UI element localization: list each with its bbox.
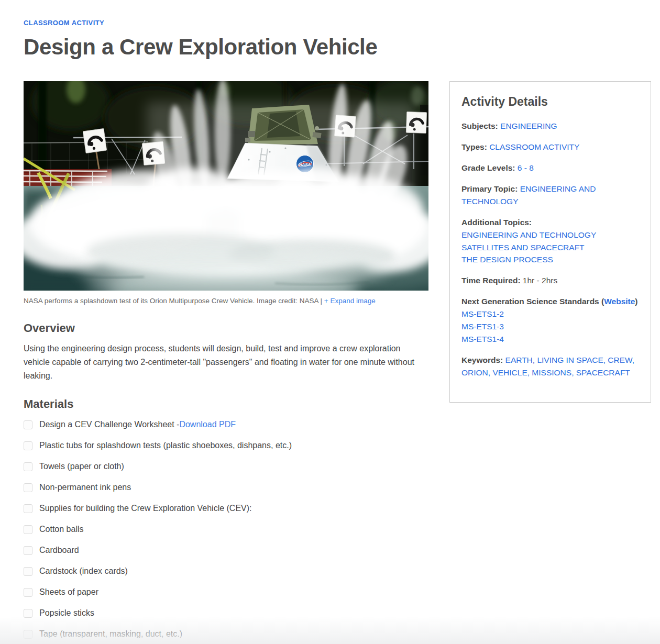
material-checkbox[interactable] (24, 462, 32, 471)
material-checkbox[interactable] (24, 567, 32, 576)
primary-topic-row: Primary Topic: ENGINEERING AND TECHNOLOG… (461, 183, 639, 208)
grade-levels-link[interactable]: 6 - 8 (518, 163, 534, 172)
material-label: Tape (transparent, masking, duct, etc.) (39, 629, 182, 639)
material-checkbox[interactable] (24, 420, 32, 429)
download-pdf-link[interactable]: Download PDF (179, 420, 236, 429)
time-required-row: Time Required: 1hr - 2hrs (461, 274, 639, 287)
time-required-value: 1hr - 2hrs (523, 276, 557, 285)
grade-levels-label: Grade Levels: (461, 163, 515, 172)
time-required-label: Time Required: (461, 276, 521, 285)
ngss-standard-link[interactable]: MS-ETS1-3 (461, 320, 639, 333)
page-title: Design a Crew Exploration Vehicle (24, 35, 377, 60)
material-label: Plastic tubs for splashdown tests (plast… (39, 441, 292, 450)
material-label: Cardstock (index cards) (39, 567, 128, 576)
ngss-heading-row: Next Generation Science Standards (Websi… (461, 295, 639, 308)
ngss-label-post: ) (635, 297, 637, 306)
list-item: Sheets of paper (24, 587, 428, 597)
keywords-row: Keywords: EARTH, LIVING IN SPACE, CREW, … (461, 354, 639, 379)
material-label: Towels (paper or cloth) (39, 462, 124, 471)
material-label: Cotton balls (39, 525, 84, 534)
materials-heading: Materials (24, 397, 73, 411)
subjects-link[interactable]: ENGINEERING (500, 121, 557, 130)
activity-details-panel: Activity Details Subjects: ENGINEERING T… (449, 81, 651, 403)
ngss-website-link[interactable]: Website (604, 297, 635, 306)
ngss-standard-link[interactable]: MS-ETS1-4 (461, 333, 639, 346)
additional-topic-link[interactable]: ENGINEERING AND TECHNOLOGY (461, 229, 639, 241)
types-link[interactable]: CLASSROOM ACTIVITY (489, 142, 579, 151)
list-item: Popsicle sticks (24, 608, 428, 618)
ngss-label: Next Generation Science Standards (Websi… (461, 297, 638, 306)
material-checkbox[interactable] (24, 588, 32, 597)
material-label: Popsicle sticks (39, 608, 94, 618)
material-label: Non-permanent ink pens (39, 483, 131, 492)
ngss-standards-links: MS-ETS1-2MS-ETS1-3MS-ETS1-4 (461, 308, 639, 346)
subjects-row: Subjects: ENGINEERING (461, 120, 639, 132)
svg-text:NASA: NASA (299, 162, 311, 167)
list-item: Plastic tubs for splashdown tests (plast… (24, 441, 428, 450)
material-label: Cardboard (39, 546, 79, 555)
overview-heading: Overview (24, 321, 75, 335)
list-item: Non-permanent ink pens (24, 483, 428, 492)
caption-text: NASA performs a splashdown test of its O… (24, 297, 324, 305)
material-checkbox[interactable] (24, 525, 32, 534)
list-item: Towels (paper or cloth) (24, 462, 428, 471)
material-label: Design a CEV Challenge Worksheet - (39, 420, 179, 429)
material-checkbox[interactable] (24, 441, 32, 450)
material-checkbox[interactable] (24, 630, 32, 639)
category-eyebrow[interactable]: CLASSROOM ACTIVITY (24, 19, 104, 27)
list-item: Cotton balls (24, 525, 428, 534)
hero-image: NASA (24, 81, 428, 291)
additional-topic-links: ENGINEERING AND TECHNOLOGYSATELLITES AND… (461, 229, 639, 266)
keywords-label: Keywords: (461, 356, 503, 364)
ngss-label-pre: Next Generation Science Standards ( (461, 297, 604, 306)
image-caption: NASA performs a splashdown test of its O… (24, 297, 428, 305)
list-item: Supplies for building the Crew Explorati… (24, 504, 428, 513)
additional-topics-row: Additional Topics:ENGINEERING AND TECHNO… (461, 216, 639, 266)
subjects-label: Subjects: (461, 121, 498, 130)
material-checkbox[interactable] (24, 609, 32, 618)
list-item: Design a CEV Challenge Worksheet - Downl… (24, 420, 428, 429)
list-item: Cardstock (index cards) (24, 567, 428, 576)
list-item: Tape (transparent, masking, duct, etc.) (24, 629, 428, 639)
material-label: Sheets of paper (39, 587, 98, 597)
additional-topic-link[interactable]: THE DESIGN PROCESS (461, 253, 639, 266)
expand-image-link[interactable]: + Expand image (324, 297, 376, 305)
grade-levels-row: Grade Levels: 6 - 8 (461, 162, 639, 174)
hero-figure: NASA (24, 81, 428, 291)
types-label: Types: (461, 142, 487, 151)
additional-topics-label: Additional Topics: (461, 218, 532, 227)
types-row: Types: CLASSROOM ACTIVITY (461, 141, 639, 153)
material-checkbox[interactable] (24, 546, 32, 555)
material-checkbox[interactable] (24, 483, 32, 492)
primary-topic-label: Primary Topic: (461, 184, 518, 193)
overview-paragraph: Using the engineering design process, st… (24, 342, 421, 383)
additional-topic-link[interactable]: SATELLITES AND SPACECRAFT (461, 241, 639, 254)
material-label: Supplies for building the Crew Explorati… (39, 504, 252, 513)
materials-list: Design a CEV Challenge Worksheet - Downl… (24, 420, 428, 644)
material-checkbox[interactable] (24, 504, 32, 513)
list-item: Cardboard (24, 546, 428, 555)
ngss-standard-link[interactable]: MS-ETS1-2 (461, 308, 639, 320)
sidebar-heading: Activity Details (461, 95, 639, 109)
